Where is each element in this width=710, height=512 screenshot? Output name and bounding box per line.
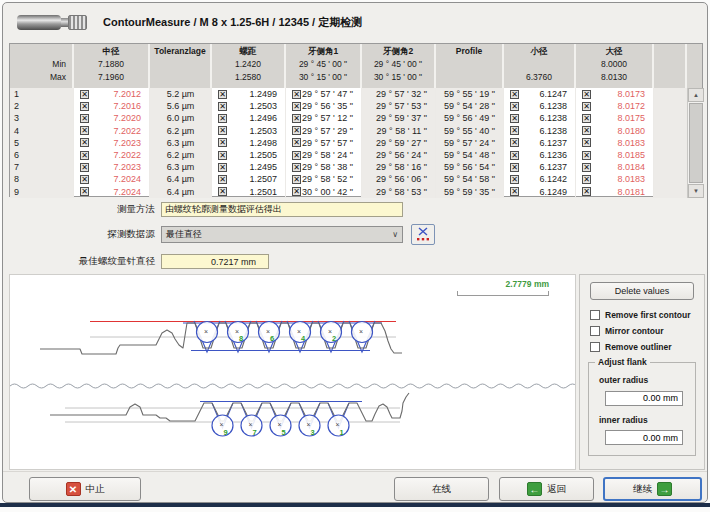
table-row[interactable]: 6✕7.20226.2 µm✕1.2505✕29 ° 58 ' 24 "29 °… — [10, 149, 687, 161]
abort-button[interactable]: ✕ 中止 — [29, 477, 141, 501]
checkbox-checked-icon[interactable]: ✕ — [510, 163, 519, 172]
checkbox-checked-icon[interactable]: ✕ — [292, 187, 301, 196]
checkbox-checked-icon[interactable]: ✕ — [582, 151, 591, 160]
table-cell: 59 ° 54 ' 58 " — [436, 173, 504, 185]
checkbox-checked-icon[interactable]: ✕ — [218, 187, 227, 196]
cell-value: 6.1249 — [519, 187, 575, 197]
checkbox-checked-icon[interactable]: ✕ — [80, 151, 89, 160]
inner-radius-input[interactable] — [605, 430, 683, 445]
table-row[interactable]: 8✕7.20246.4 µm✕1.2507✕29 ° 58 ' 52 "29 °… — [10, 173, 687, 185]
checkbox-unchecked-icon[interactable] — [590, 310, 600, 320]
checkbox-checked-icon[interactable]: ✕ — [292, 151, 301, 160]
table-row[interactable]: 4✕7.20226.2 µm✕1.2503✕29 ° 57 ' 29 "29 °… — [10, 125, 687, 137]
checkbox-checked-icon[interactable]: ✕ — [510, 138, 519, 147]
scroll-thumb[interactable] — [689, 103, 703, 183]
checkbox-checked-icon[interactable]: ✕ — [582, 126, 591, 135]
table-cell: 2 — [10, 100, 74, 112]
outer-radius-input[interactable] — [605, 391, 683, 406]
table-cell: ✕1.2496 — [212, 112, 286, 124]
delete-values-button[interactable]: Delete values — [590, 282, 694, 300]
checkbox-checked-icon[interactable]: ✕ — [510, 90, 519, 99]
method-input[interactable] — [161, 202, 403, 217]
source-dropdown-value: 最佳直径 — [166, 228, 392, 241]
contour-graph[interactable]: ××8×6×4×2× ×9×7×5×3×1 2.7779 mm — [9, 274, 576, 470]
chevron-down-icon: ∨ — [392, 230, 398, 239]
table-row[interactable]: 1✕7.20125.2 µm✕1.2499✕29 ° 57 ' 47 "29 °… — [10, 88, 687, 100]
checkbox-checked-icon[interactable]: ✕ — [582, 114, 591, 123]
table-cell: ✕1.2499 — [212, 88, 286, 100]
checkbox-checked-icon[interactable]: ✕ — [292, 126, 301, 135]
remove-outliner-option[interactable]: Remove outliner — [590, 342, 696, 352]
checkbox-checked-icon[interactable]: ✕ — [218, 102, 227, 111]
cell-value: 8.0183 — [591, 138, 653, 148]
checkbox-checked-icon[interactable]: ✕ — [510, 126, 519, 135]
table-cell: ✕7.2024 — [74, 173, 150, 185]
checkbox-checked-icon[interactable]: ✕ — [80, 126, 89, 135]
checkbox-checked-icon[interactable]: ✕ — [292, 114, 301, 123]
checkbox-checked-icon[interactable]: ✕ — [582, 138, 591, 147]
checkbox-checked-icon[interactable]: ✕ — [218, 90, 227, 99]
checkbox-checked-icon[interactable]: ✕ — [582, 163, 591, 172]
table-cell: ✕8.0183 — [576, 173, 654, 185]
checkbox-checked-icon[interactable]: ✕ — [218, 151, 227, 160]
cell-value: 29 ° 58 ' 16 " — [362, 162, 435, 172]
table-cell: 59 ° 57 ' 24 " — [436, 137, 504, 149]
remove-outliner-label: Remove outliner — [605, 342, 672, 352]
checkbox-checked-icon[interactable]: ✕ — [582, 175, 591, 184]
table-cell: 5.6 µm — [150, 100, 212, 112]
checkbox-checked-icon[interactable]: ✕ — [292, 90, 301, 99]
mirror-contour-option[interactable]: Mirror contour — [590, 326, 696, 336]
online-button[interactable]: 在线 — [394, 477, 489, 501]
table-row[interactable]: 2✕7.20165.6 µm✕1.2503✕29 ° 56 ' 35 "29 °… — [10, 100, 687, 112]
source-dropdown[interactable]: 最佳直径 ∨ — [161, 226, 403, 243]
table-row[interactable]: 7✕7.20236.3 µm✕1.2495✕29 ° 58 ' 38 "29 °… — [10, 161, 687, 173]
cell-value: 6.3 µm — [150, 162, 211, 172]
cell-value: 9 — [10, 187, 73, 197]
measure-points-button[interactable] — [411, 224, 435, 245]
checkbox-checked-icon[interactable]: ✕ — [582, 187, 591, 196]
checkbox-checked-icon[interactable]: ✕ — [292, 163, 301, 172]
checkbox-checked-icon[interactable]: ✕ — [218, 175, 227, 184]
scroll-down-icon[interactable]: ▼ — [688, 184, 704, 198]
checkbox-unchecked-icon[interactable] — [590, 342, 600, 352]
back-button[interactable]: ← 返回 — [499, 477, 594, 501]
table-scrollbar[interactable]: ▲ ▼ — [687, 88, 704, 198]
cell-value: 6.1242 — [519, 174, 575, 184]
next-button[interactable]: 继续 → — [603, 477, 702, 501]
abort-label: 中止 — [86, 483, 105, 496]
checkbox-checked-icon[interactable]: ✕ — [582, 102, 591, 111]
checkbox-checked-icon[interactable]: ✕ — [80, 163, 89, 172]
checkbox-checked-icon[interactable]: ✕ — [218, 163, 227, 172]
checkbox-checked-icon[interactable]: ✕ — [80, 175, 89, 184]
table-row[interactable]: 3✕7.20206.0 µm✕1.2496✕29 ° 57 ' 12 "29 °… — [10, 112, 687, 124]
checkbox-checked-icon[interactable]: ✕ — [80, 102, 89, 111]
checkbox-checked-icon[interactable]: ✕ — [292, 175, 301, 184]
checkbox-checked-icon[interactable]: ✕ — [80, 138, 89, 147]
remove-first-contour-option[interactable]: Remove first contour — [590, 310, 696, 320]
checkbox-checked-icon[interactable]: ✕ — [510, 114, 519, 123]
table-row[interactable]: 9✕7.20246.4 µm✕1.2501✕30 ° 00 ' 42 "29 °… — [10, 186, 687, 198]
checkbox-checked-icon[interactable]: ✕ — [80, 90, 89, 99]
checkbox-checked-icon[interactable]: ✕ — [292, 102, 301, 111]
checkbox-checked-icon[interactable]: ✕ — [510, 187, 519, 196]
checkbox-checked-icon[interactable]: ✕ — [80, 114, 89, 123]
checkbox-checked-icon[interactable]: ✕ — [218, 126, 227, 135]
checkbox-checked-icon[interactable]: ✕ — [510, 151, 519, 160]
checkbox-checked-icon[interactable]: ✕ — [218, 114, 227, 123]
table-row[interactable]: 5✕7.20236.3 µm✕1.2498✕29 ° 57 ' 57 "29 °… — [10, 137, 687, 149]
checkbox-checked-icon[interactable]: ✕ — [582, 90, 591, 99]
column-header: 小径6.3760 — [504, 44, 576, 88]
checkbox-checked-icon[interactable]: ✕ — [80, 187, 89, 196]
checkbox-checked-icon[interactable]: ✕ — [218, 138, 227, 147]
wire-diameter-label: 最佳螺纹量针直径 — [3, 255, 155, 268]
checkbox-checked-icon[interactable]: ✕ — [510, 102, 519, 111]
gauge-handle — [17, 15, 61, 30]
checkbox-checked-icon[interactable]: ✕ — [510, 175, 519, 184]
scroll-up-icon[interactable]: ▲ — [688, 88, 704, 102]
gauge-thread — [68, 15, 87, 30]
checkbox-unchecked-icon[interactable] — [590, 326, 600, 336]
checkbox-checked-icon[interactable]: ✕ — [292, 138, 301, 147]
table-cell: ✕7.2023 — [74, 137, 150, 149]
wire-diameter-input[interactable] — [161, 254, 269, 269]
column-header: 牙侧角229 ° 45 ' 00 "30 ° 15 ' 00 " — [362, 44, 436, 88]
